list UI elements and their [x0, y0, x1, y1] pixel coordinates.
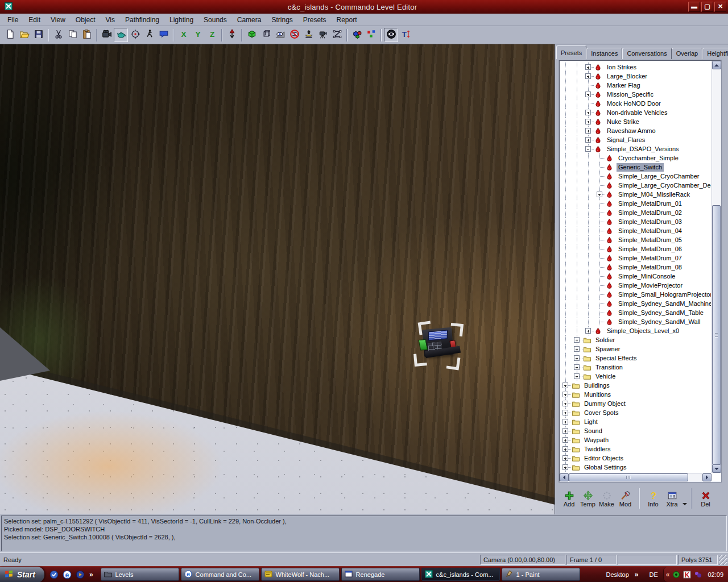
expand-box-icon[interactable] [574, 337, 580, 343]
tree-item-label[interactable]: Simple_M04_MissileRack [617, 190, 692, 199]
walk-character-toolbar-button[interactable] [142, 28, 156, 42]
tree-item[interactable]: Simple_Objects_Level_x0 [560, 326, 711, 335]
tree-item[interactable]: Large_Blocker [560, 72, 711, 81]
tree-item[interactable]: Generic_Switch [560, 163, 711, 172]
tree-item[interactable]: Simple_Large_CryoChamber [560, 172, 711, 181]
tree-item-label[interactable]: Waypath [582, 436, 610, 444]
tree-item[interactable]: Waypath [560, 435, 711, 444]
tree-item-label[interactable]: Editor Objects [582, 454, 625, 463]
scroll-thumb[interactable] [569, 473, 688, 481]
tree-item[interactable]: Raveshaw Ammo [560, 126, 711, 135]
tree-item[interactable]: Cover Spots [560, 408, 711, 417]
desktop-toolbar[interactable]: Desktop » [601, 571, 644, 579]
tree-item[interactable]: Marker Flag [560, 81, 711, 90]
expand-box-icon[interactable] [562, 419, 568, 425]
tree-item-label[interactable]: Simple_MetalDrum_08 [617, 263, 684, 272]
minimize-button[interactable]: ▬ [688, 2, 700, 12]
expand-box-icon[interactable] [562, 392, 568, 397]
media-player-icon[interactable] [75, 569, 85, 580]
tree-item-label[interactable]: Spawner [594, 345, 622, 354]
tree-item[interactable]: Buildings [560, 381, 711, 390]
make-button[interactable]: Make [597, 489, 616, 508]
kaspersky-icon[interactable]: K [682, 570, 692, 579]
tree-item-label[interactable]: Simple_Small_HologramProjector [617, 290, 711, 299]
menu-item-strings[interactable]: Strings [266, 14, 297, 26]
menu-item-vis[interactable]: Vis [101, 14, 120, 26]
title-bar[interactable]: c&c_islands - Commando Level Editor ▬ ▢ … [0, 0, 728, 14]
del-button[interactable]: Del [696, 489, 715, 508]
tree-item[interactable]: Simple_Sydney_SandM_Machine [560, 299, 711, 308]
resize-grip[interactable] [719, 555, 727, 565]
colored-cubes-toolbar-button[interactable] [350, 28, 364, 42]
ie-icon[interactable]: e [62, 569, 72, 580]
tree-item-label[interactable]: Transition [594, 363, 624, 372]
rgb-points-toolbar-button[interactable] [364, 28, 378, 42]
tree-item[interactable]: Non-drivable Vehicles [560, 108, 711, 117]
tab-conversations[interactable]: Conversations [622, 48, 671, 59]
close-button[interactable]: ✕ [714, 2, 726, 12]
tree-item-label[interactable]: Dummy Object [582, 400, 627, 408]
tree-item-label[interactable]: Light [582, 418, 599, 426]
wireframe-cube-toolbar-button[interactable] [259, 28, 273, 42]
expand-box-icon[interactable] [585, 110, 591, 115]
expand-box-icon[interactable] [562, 410, 568, 415]
tree-item-label[interactable]: Simple_Sydney_SandM_Machine [617, 300, 711, 308]
tree-item-label[interactable]: Generic_Switch [617, 163, 664, 172]
expand-box-icon[interactable] [562, 437, 568, 443]
start-button[interactable]: Start [0, 567, 44, 582]
paste-toolbar-button[interactable] [80, 28, 94, 42]
tree-item[interactable]: Editor Objects [560, 454, 711, 463]
menu-item-view[interactable]: View [46, 14, 71, 26]
tree-item[interactable]: Transition [560, 363, 711, 372]
tree-item-label[interactable]: Simple_MetalDrum_06 [617, 245, 684, 253]
purple-agent-icon[interactable] [693, 570, 702, 579]
tree-item-label[interactable]: Cryochamber_Simple [617, 154, 680, 163]
tree-item[interactable]: Light [560, 417, 711, 426]
tree-item-label[interactable]: Simple_DSAPO_Versions [605, 145, 681, 153]
tree-item-label[interactable]: Raveshaw Ammo [605, 127, 657, 135]
tree-item[interactable]: Simple_DSAPO_Versions [560, 144, 711, 153]
task-button[interactable]: eCommand and Co... [181, 568, 259, 581]
tree-item-label[interactable]: Non-drivable Vehicles [605, 109, 669, 117]
tree-item[interactable]: Spawner [560, 344, 711, 354]
task-button[interactable]: Renegade [341, 568, 420, 581]
tree-item-label[interactable]: Simple_MetalDrum_01 [617, 199, 684, 208]
tree-item[interactable]: Simple_MetalDrum_01 [560, 199, 711, 208]
expand-box-icon[interactable] [585, 328, 591, 334]
new-document-toolbar-button[interactable] [3, 28, 17, 42]
xtra-dropdown-arrow-icon[interactable] [682, 503, 687, 508]
tree-item[interactable]: Sound [560, 426, 711, 435]
green-eye-icon[interactable] [672, 570, 681, 579]
menu-item-pathfinding[interactable]: Pathfinding [120, 14, 164, 26]
tree-item[interactable]: Simple_MetalDrum_03 [560, 217, 711, 226]
chevron-icon[interactable]: » [634, 571, 640, 579]
xtra-button[interactable]: Xtra [663, 489, 681, 508]
mod-button[interactable]: Mod [616, 489, 635, 508]
output-log[interactable]: Selection set: palm_c-l.1551292 ( VisObj… [1, 516, 727, 551]
tree-item[interactable]: Simple_Large_CryoChamber_Destr [560, 181, 711, 190]
object-teapot-toolbar-button[interactable] [114, 28, 128, 42]
rotate-gizmo-toolbar-button[interactable] [128, 28, 142, 42]
task-button[interactable]: WhiteWolf - Nach... [261, 568, 340, 581]
menu-item-object[interactable]: Object [71, 14, 101, 26]
axis-z-toolbar-button[interactable]: Z [205, 28, 219, 42]
tree-item[interactable]: Munitions [560, 390, 711, 399]
tree-item-label[interactable]: Simple_Sydney_SandM_Wall [617, 318, 702, 326]
tree-item[interactable]: Simple_MetalDrum_06 [560, 244, 711, 253]
maximize-button[interactable]: ▢ [701, 2, 713, 12]
tree-item[interactable]: Simple_MetalDrum_05 [560, 235, 711, 244]
scene-camera-toolbar-button[interactable] [100, 28, 114, 42]
copy-toolbar-button[interactable] [65, 28, 80, 42]
menu-item-file[interactable]: File [2, 14, 23, 26]
tree-item[interactable]: Simple_MetalDrum_02 [560, 208, 711, 217]
text-tool-toolbar-button[interactable]: T [398, 28, 412, 42]
info-button[interactable]: ?Info [644, 489, 663, 508]
expand-box-icon[interactable] [574, 346, 580, 352]
expand-box-icon[interactable] [585, 137, 591, 143]
tree-item-label[interactable]: Mock HoNOD Door [605, 99, 663, 108]
tree-item[interactable]: Simple_MiniConsole [560, 272, 711, 281]
add-button[interactable]: Add [560, 489, 578, 508]
tree-item[interactable]: Ion Strikes [560, 63, 711, 72]
tree-item[interactable]: Simple_Sydney_SandM_Wall [560, 317, 711, 326]
eye-view-toolbar-button[interactable] [384, 28, 398, 42]
